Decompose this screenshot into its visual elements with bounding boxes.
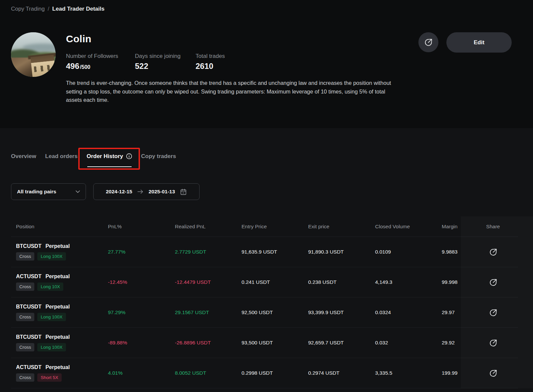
share-order-button[interactable]	[487, 337, 499, 348]
calendar-icon	[180, 188, 187, 195]
col-pnl-pct: PnL%	[103, 224, 170, 230]
col-position: Position	[11, 224, 103, 230]
stat-followers: Number of Followers 496/500	[66, 53, 135, 71]
table-row: BTCUSDTPerpetualCrossLong 100X-89.88%-26…	[11, 328, 518, 358]
share-profile-button[interactable]	[418, 32, 438, 52]
trading-pair-select-value: All trading pairs	[17, 189, 56, 195]
contract-type: Perpetual	[45, 364, 70, 370]
margin-mode-badge: Cross	[16, 373, 34, 382]
share-cell	[458, 297, 518, 327]
share-icon	[424, 38, 433, 47]
closed-volume-cell: 3,335.5	[370, 358, 437, 388]
realized-pnl-cell: 2.7729 USDT	[170, 237, 237, 267]
position-cell: BTCUSDTPerpetualCrossLong 100X	[11, 297, 103, 327]
chevron-down-icon	[76, 190, 80, 193]
margin-mode-badge: Cross	[16, 283, 34, 291]
exit-price-cell: 93,399.9 USDT	[303, 297, 370, 327]
margin-cell: 9.9883	[437, 237, 458, 267]
stat-total-trades: Total trades 2610	[196, 53, 256, 71]
breadcrumb-separator: /	[48, 5, 49, 13]
share-cell	[458, 358, 518, 388]
table-row: ACTUSDTPerpetualCrossLong 10X-12.45%-12.…	[11, 267, 518, 297]
avatar-house	[30, 55, 56, 77]
table-row: BTCUSDTPerpetualCrossLong 100X27.77%2.77…	[11, 237, 518, 267]
arrow-right-icon	[137, 189, 144, 194]
leverage-badge: Long 10X	[37, 283, 63, 291]
symbol: BTCUSDT	[16, 334, 41, 340]
margin-mode-badge: Cross	[16, 252, 34, 261]
margin-cell: 29.97	[437, 297, 458, 327]
exit-price-cell: 91,890.3 USDT	[303, 237, 370, 267]
trader-bio: The trend is ever-changing. Once someone…	[66, 79, 392, 104]
symbol: ACTUSDT	[16, 364, 41, 370]
breadcrumb-copy-trading[interactable]: Copy Trading	[11, 5, 45, 13]
tab-copy-traders[interactable]: Copy traders	[141, 152, 176, 160]
pnl-pct-cell: 4.01%	[103, 358, 170, 388]
pnl-pct-cell: -12.45%	[103, 267, 170, 297]
tab-order-history[interactable]: Order History	[87, 152, 132, 160]
share-icon	[489, 278, 498, 287]
share-order-button[interactable]	[487, 277, 499, 288]
tab-lead-orders[interactable]: Lead orders	[45, 152, 78, 160]
share-order-button[interactable]	[487, 246, 499, 258]
table-row: ACTUSDTPerpetualCrossShort 5X4.01%8.0052…	[11, 358, 518, 388]
date-range-picker[interactable]: 2024-12-15 2025-01-13	[93, 183, 200, 200]
breadcrumb: Copy Trading / Lead Trader Details	[11, 0, 522, 13]
margin-cell: 29.92	[437, 328, 458, 358]
realized-pnl-cell: 8.0052 USDT	[170, 358, 237, 388]
trading-pair-select[interactable]: All trading pairs	[11, 183, 86, 200]
exit-price-cell: 0.238 USDT	[303, 267, 370, 297]
col-entry-price: Entry Price	[237, 224, 303, 230]
edit-button[interactable]: Edit	[446, 32, 512, 53]
closed-volume-cell: 0.0109	[370, 237, 437, 267]
position-cell: BTCUSDTPerpetualCrossLong 100X	[11, 328, 103, 358]
active-tab-underline	[87, 166, 132, 167]
tabs-row: Overview Lead orders Order History Copy …	[11, 128, 522, 160]
contract-type: Perpetual	[45, 334, 70, 340]
share-icon	[489, 338, 498, 347]
pnl-pct-cell: 97.29%	[103, 297, 170, 327]
contract-type: Perpetual	[45, 274, 70, 280]
breadcrumb-lead-trader-details: Lead Trader Details	[52, 5, 105, 13]
symbol: ACTUSDT	[16, 274, 41, 280]
col-exit-price: Exit price	[303, 224, 370, 230]
total-trades-value: 2610	[196, 62, 256, 71]
margin-mode-badge: Cross	[16, 343, 34, 351]
filters-row: All trading pairs 2024-12-15 2025-01-13	[11, 183, 522, 200]
entry-price-cell: 0.241 USDT	[237, 267, 303, 297]
stat-label: Number of Followers	[66, 53, 135, 60]
leverage-badge: Long 100X	[37, 252, 66, 261]
entry-price-cell: 92,500 USDT	[237, 297, 303, 327]
stat-days-joined: Days since joining 522	[135, 53, 196, 71]
info-icon[interactable]	[126, 153, 132, 159]
position-cell: ACTUSDTPerpetualCrossLong 10X	[11, 267, 103, 297]
leverage-badge: Long 100X	[37, 313, 66, 321]
tab-overview[interactable]: Overview	[11, 152, 36, 160]
tab-order-history-label: Order History	[87, 152, 123, 160]
entry-price-cell: 91,635.9 USDT	[237, 237, 303, 267]
col-closed-volume: Closed Volume	[370, 224, 437, 230]
date-start: 2024-12-15	[106, 189, 132, 195]
contract-type: Perpetual	[45, 304, 70, 310]
avatar	[11, 32, 56, 77]
leverage-badge: Short 5X	[37, 373, 62, 382]
date-end: 2025-01-13	[149, 189, 175, 195]
symbol: BTCUSDT	[16, 304, 41, 310]
trader-name: Colin	[66, 32, 392, 46]
margin-mode-badge: Cross	[16, 313, 34, 321]
stats-row: Number of Followers 496/500 Days since j…	[66, 53, 392, 71]
days-joined-value: 522	[135, 62, 196, 71]
realized-pnl-cell: -26.8896 USDT	[170, 328, 237, 358]
closed-volume-cell: 4,149.3	[370, 267, 437, 297]
share-order-button[interactable]	[487, 367, 499, 379]
exit-price-cell: 0.2974 USDT	[303, 358, 370, 388]
col-share: Share	[458, 224, 518, 230]
entry-price-cell: 93,500 USDT	[237, 328, 303, 358]
stat-label: Days since joining	[135, 53, 196, 60]
profile-header-section: Copy Trading / Lead Trader Details Colin…	[0, 0, 533, 128]
share-order-button[interactable]	[487, 307, 499, 318]
col-realized-pnl: Realized PnL	[170, 224, 237, 230]
share-cell	[458, 267, 518, 297]
closed-volume-cell: 0.032	[370, 328, 437, 358]
share-cell	[458, 328, 518, 358]
